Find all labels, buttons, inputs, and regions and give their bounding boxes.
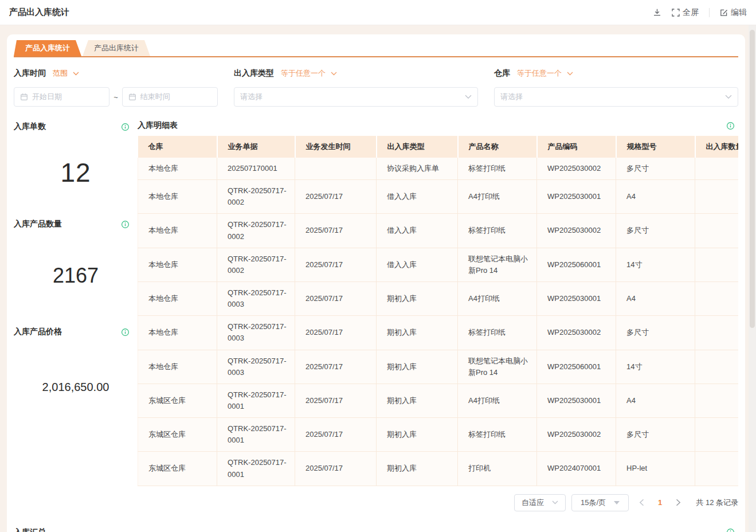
tab-product-outbound-stats[interactable]: 产品出库统计 — [83, 40, 150, 56]
filter-label: 出入库类型 — [234, 68, 274, 79]
page-title: 产品出入库统计 — [9, 7, 69, 18]
detail-table-viewport: 仓库业务单据业务发生时间出入库类型产品名称产品编码规格型号出入库数量 本地仓库2… — [138, 136, 738, 486]
info-icon[interactable] — [121, 123, 130, 131]
stat-value: 2167 — [14, 264, 138, 288]
content-area: 入库单数 12 入库产品数量 2167 入库产品价格 — [14, 120, 738, 511]
table-cell — [695, 214, 739, 248]
table-cell — [695, 418, 739, 452]
table-cell: 联想笔记本电脑小新Pro 14 — [458, 350, 537, 384]
tab-label: 产品入库统计 — [25, 43, 70, 53]
table-cell: 2025/07/17 — [295, 418, 377, 452]
vertical-scrollbar[interactable] — [749, 25, 756, 532]
select-placeholder: 请选择 — [500, 92, 523, 102]
table-cell: 借入入库 — [377, 214, 458, 248]
chevron-down-icon — [465, 95, 472, 99]
column-header: 业务发生时间 — [295, 136, 377, 158]
warehouse-select[interactable]: 请选择 — [494, 87, 738, 107]
table-cell: WP2025030001 — [537, 180, 616, 214]
edit-label: 编辑 — [731, 7, 747, 18]
detail-table-title: 入库明细表 — [138, 120, 178, 131]
table-cell: 202507170001 — [217, 158, 295, 180]
table-cell: 2025/07/17 — [295, 248, 377, 281]
chevron-down-icon — [725, 95, 732, 99]
table-cell: 2025/07/17 — [295, 316, 377, 350]
stat-value: 2,016,650.00 — [14, 381, 138, 394]
start-date-input[interactable]: 开始日期 — [14, 87, 109, 107]
table-cell: 多尺寸 — [616, 158, 695, 180]
table-cell: 本地仓库 — [138, 214, 217, 248]
table-cell — [695, 248, 739, 281]
table-row: 本地仓库QTRK-20250717-00022025/07/17借入入库标签打印… — [138, 214, 739, 248]
table-cell: 协议采购入库单 — [377, 158, 458, 180]
info-icon[interactable] — [726, 122, 735, 130]
table-cell: 期初入库 — [377, 350, 458, 384]
scrollbar-thumb[interactable] — [750, 30, 755, 328]
table-cell: 2025/07/17 — [295, 452, 377, 486]
table-cell: A4打印纸 — [458, 180, 537, 214]
stat-inbound-orders: 入库单数 12 — [14, 120, 138, 188]
column-header: 仓库 — [138, 136, 217, 158]
filter-condition-label: 范围 — [53, 68, 68, 79]
table-cell: 借入入库 — [377, 180, 458, 214]
inout-type-select[interactable]: 请选择 — [234, 87, 478, 107]
table-cell — [695, 452, 739, 486]
pagination: 自适应 15条/页 1 共 12 条记录 — [138, 494, 738, 511]
table-cell — [295, 158, 377, 180]
download-button[interactable] — [653, 8, 661, 17]
topbar-actions: 全屏 编辑 — [653, 7, 747, 18]
prev-page-button[interactable] — [634, 499, 649, 506]
table-cell: 标签打印纸 — [458, 316, 537, 350]
info-icon[interactable] — [121, 328, 130, 337]
filter-condition-dropdown[interactable]: 等于任意一个 — [517, 68, 573, 79]
table-cell — [695, 158, 739, 180]
fit-mode-select[interactable]: 自适应 — [514, 494, 566, 511]
table-cell: 期初入库 — [377, 384, 458, 417]
chevron-down-icon — [552, 500, 558, 504]
filter-inbound-time: 入库时间 范围 开始日期 ~ — [14, 68, 218, 107]
table-cell: A4打印纸 — [458, 281, 537, 315]
fullscreen-button[interactable]: 全屏 — [672, 7, 699, 18]
table-cell: A4 — [616, 281, 695, 315]
table-cell: WP2025030002 — [537, 214, 616, 248]
tab-label: 产品出库统计 — [94, 43, 139, 53]
calendar-icon — [128, 93, 136, 101]
caret-down-icon — [614, 501, 620, 504]
column-header: 出入库数量 — [695, 136, 739, 158]
table-cell: 打印机 — [458, 452, 537, 486]
topbar: 产品出入库统计 全屏 编辑 — [0, 0, 756, 25]
range-separator: ~ — [113, 93, 118, 101]
page-size-select[interactable]: 15条/页 — [571, 494, 629, 511]
table-cell: WP2025060001 — [537, 350, 616, 384]
table-cell: A4打印纸 — [458, 384, 537, 417]
detail-table: 仓库业务单据业务发生时间出入库类型产品名称产品编码规格型号出入库数量 本地仓库2… — [138, 136, 738, 486]
table-cell: 本地仓库 — [138, 158, 217, 180]
table-cell: WP2025060001 — [537, 248, 616, 281]
table-cell: 东城区仓库 — [138, 418, 217, 452]
table-cell: 标签打印纸 — [458, 214, 537, 248]
end-date-input[interactable]: 结束时间 — [122, 87, 218, 107]
select-placeholder: 请选择 — [240, 92, 263, 102]
column-header: 业务单据 — [217, 136, 295, 158]
table-cell: WP2025030002 — [537, 418, 616, 452]
table-cell: QTRK-20250717-0001 — [217, 418, 295, 452]
edit-button[interactable]: 编辑 — [720, 7, 747, 18]
next-page-button[interactable] — [671, 499, 686, 506]
stat-inbound-product-price: 入库产品价格 2,016,650.00 — [14, 326, 138, 394]
chevron-down-icon — [567, 72, 573, 76]
filter-warehouse: 仓库 等于任意一个 请选择 — [494, 68, 738, 107]
download-icon — [653, 8, 661, 17]
info-icon[interactable] — [726, 528, 735, 532]
table-row: 东城区仓库QTRK-20250717-00012025/07/17期初入库标签打… — [138, 418, 739, 452]
table-row: 本地仓库QTRK-20250717-00022025/07/17借入入库联想笔记… — [138, 248, 739, 281]
filter-condition-dropdown[interactable]: 等于任意一个 — [281, 68, 337, 79]
filter-condition-dropdown[interactable]: 范围 — [53, 68, 79, 79]
table-cell: 标签打印纸 — [458, 418, 537, 452]
tab-product-inbound-stats[interactable]: 产品入库统计 — [14, 40, 81, 56]
table-cell: A4 — [616, 384, 695, 417]
table-cell: A4 — [616, 180, 695, 214]
column-header: 出入库类型 — [377, 136, 458, 158]
filter-condition-label: 等于任意一个 — [281, 68, 326, 79]
current-page[interactable]: 1 — [655, 498, 665, 507]
table-cell: 东城区仓库 — [138, 452, 217, 486]
info-icon[interactable] — [121, 220, 130, 229]
